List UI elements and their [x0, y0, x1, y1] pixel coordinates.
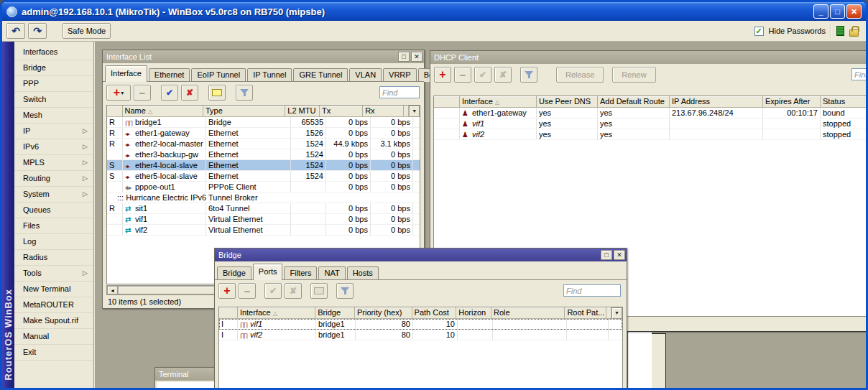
disable-button[interactable]: ✘ — [285, 283, 302, 299]
close-icon[interactable]: ✕ — [411, 52, 423, 62]
dhcp-client-titlebar[interactable]: DHCP Client — [430, 51, 866, 64]
add-default-route-column-header[interactable]: Add Default Route — [598, 96, 670, 108]
sidebar-item-new-terminal[interactable]: New Terminal — [14, 282, 93, 297]
sidebar-item-switch[interactable]: Switch — [14, 92, 93, 108]
release-button[interactable]: Release — [556, 67, 604, 83]
find-input[interactable] — [563, 284, 621, 297]
tab-eoip-tunnel[interactable]: EoIP Tunnel — [191, 68, 246, 82]
column-selector-dropdown[interactable]: ▼ — [409, 106, 420, 117]
find-input[interactable] — [379, 86, 420, 98]
enable-button[interactable]: ✔ — [264, 283, 282, 299]
expires-after-column-header[interactable]: Expires After — [763, 96, 821, 108]
sidebar-item-ppp[interactable]: PPP — [14, 76, 93, 92]
filter-button[interactable] — [336, 283, 354, 299]
flags-column-header[interactable] — [107, 106, 123, 117]
comment-row[interactable]: ::: Hurricane Electric IPv6 Tunnel Broke… — [107, 192, 420, 203]
filter-button[interactable] — [236, 85, 253, 101]
remove-button[interactable]: − — [134, 85, 151, 101]
sidebar-item-mpls[interactable]: MPLS▷ — [14, 155, 93, 171]
sidebar-item-ip[interactable]: IP▷ — [14, 124, 93, 139]
sidebar-item-routing[interactable]: Routing▷ — [14, 171, 93, 187]
table-row[interactable]: I vif2 bridge1 80 10 — [219, 330, 622, 340]
tab-gre-tunnel[interactable]: GRE Tunnel — [293, 68, 348, 82]
sidebar-item-exit[interactable]: Exit — [14, 345, 93, 361]
tab-bridge[interactable]: Bridge — [217, 266, 251, 280]
remove-button[interactable]: − — [454, 67, 471, 83]
tab-ports[interactable]: Ports — [253, 264, 283, 280]
column-selector-dropdown[interactable]: ▼ — [611, 307, 622, 319]
tab-filters[interactable]: Filters — [284, 266, 317, 280]
sidebar-item-ipv6[interactable]: IPv6▷ — [14, 139, 93, 155]
close-button[interactable]: ✕ — [846, 4, 862, 19]
ip-address-column-header[interactable]: IP Address — [670, 96, 763, 108]
enable-button[interactable]: ✔ — [161, 85, 178, 101]
minimize-button[interactable]: _ — [813, 4, 828, 19]
add-button[interactable]: + — [434, 67, 451, 83]
app-titlebar[interactable]: admin@192.168.10.1 (MikroTik) - WinBox v… — [2, 2, 866, 21]
tab-vrrp[interactable]: VRRP — [383, 68, 417, 82]
table-row-focused[interactable]: I vif1 bridge1 80 10 — [219, 319, 622, 330]
maximize-icon[interactable]: □ — [601, 250, 612, 260]
redo-button[interactable]: ↷ — [28, 23, 47, 39]
table-row[interactable]: vif2 Virtual Ethernet 0 bps 0 bps — [107, 225, 420, 236]
table-row[interactable]: R ether1-gateway Ethernet 1526 0 bps 0 b… — [107, 128, 420, 139]
comment-button[interactable] — [208, 85, 226, 101]
tab-vlan[interactable]: VLAN — [349, 68, 382, 82]
disable-button[interactable]: ✘ — [494, 67, 512, 83]
safe-mode-button[interactable]: Safe Mode — [63, 23, 111, 39]
filter-button[interactable] — [520, 67, 537, 83]
add-button[interactable]: +▾ — [106, 85, 131, 101]
priority-column-header[interactable]: Priority (hex) — [355, 307, 412, 319]
sidebar-item-files[interactable]: Files — [14, 218, 93, 234]
remove-button[interactable]: − — [239, 283, 256, 299]
sidebar-item-system[interactable]: System▷ — [14, 187, 93, 203]
l2mtu-column-header[interactable]: L2 MTU — [285, 106, 320, 117]
name-column-header[interactable]: Name △ — [123, 106, 203, 117]
interface-list-titlebar[interactable]: Interface List □ ✕ — [103, 50, 424, 63]
role-column-header[interactable]: Role — [491, 307, 565, 319]
tab-ip-tunnel[interactable]: IP Tunnel — [247, 68, 292, 82]
table-row[interactable]: vif1 yes yes stopped — [434, 119, 866, 129]
undo-button[interactable]: ↶ — [6, 23, 25, 39]
use-peer-dns-column-header[interactable]: Use Peer DNS — [537, 96, 598, 108]
tab-hosts[interactable]: Hosts — [347, 266, 379, 280]
sidebar-item-metarouter[interactable]: MetaROUTER — [14, 297, 93, 313]
table-row[interactable]: vif1 Virtual Ethernet 0 bps 0 bps — [107, 214, 420, 225]
add-button[interactable]: + — [218, 283, 236, 299]
sidebar-item-interfaces[interactable]: Interfaces — [14, 45, 93, 60]
type-column-header[interactable]: Type — [203, 106, 285, 117]
sidebar-item-make-supout[interactable]: Make Supout.rif — [14, 313, 93, 329]
root-path-column-header[interactable]: Root Pat... — [565, 307, 606, 319]
sidebar-item-radius[interactable]: Radius — [14, 250, 93, 266]
tab-interface[interactable]: Interface — [105, 65, 147, 82]
comment-button[interactable] — [310, 283, 328, 299]
hide-passwords-checkbox[interactable]: ✓ — [754, 27, 764, 36]
close-icon[interactable]: ✕ — [614, 250, 625, 260]
maximize-button[interactable]: □ — [830, 4, 845, 19]
tab-ethernet[interactable]: Ethernet — [149, 68, 190, 82]
table-row[interactable]: vif2 yes yes stopped — [434, 129, 866, 140]
table-row[interactable]: R bridge1 Bridge 65535 0 bps 0 bps — [107, 117, 420, 128]
horizon-column-header[interactable]: Horizon — [456, 307, 491, 319]
status-column-header[interactable]: Status — [821, 96, 866, 108]
sidebar-item-bridge[interactable]: Bridge — [14, 60, 93, 76]
sidebar-item-log[interactable]: Log — [14, 234, 93, 250]
sidebar-item-queues[interactable]: Queues — [14, 203, 93, 218]
bridge-titlebar[interactable]: Bridge □ ✕ — [215, 249, 627, 261]
disable-button[interactable]: ✘ — [181, 85, 198, 101]
scroll-left-icon[interactable]: ◂ — [107, 286, 118, 294]
tx-column-header[interactable]: Tx — [320, 106, 363, 117]
interface-column-header[interactable]: Interface △ — [238, 307, 315, 319]
table-row[interactable]: ether1-gateway yes yes 213.67.96.248/24 … — [434, 108, 866, 119]
maximize-icon[interactable]: □ — [398, 52, 410, 62]
bridge-column-header[interactable]: Bridge — [315, 307, 355, 319]
sidebar-item-tools[interactable]: Tools▷ — [14, 266, 93, 282]
flags-column-header[interactable] — [434, 96, 460, 108]
table-row-selected[interactable]: S ether4-local-slave Ethernet 1524 0 bps… — [107, 160, 420, 171]
table-row[interactable]: R ether2-local-master Ethernet 1524 44.9… — [107, 139, 420, 149]
enable-button[interactable]: ✔ — [474, 67, 491, 83]
table-row[interactable]: R sit1 6to4 Tunnel 0 bps 0 bps — [107, 203, 420, 214]
interface-column-header[interactable]: Interface △ — [460, 96, 537, 108]
sidebar-item-mesh[interactable]: Mesh — [14, 108, 93, 124]
sidebar-item-manual[interactable]: Manual — [14, 329, 93, 345]
